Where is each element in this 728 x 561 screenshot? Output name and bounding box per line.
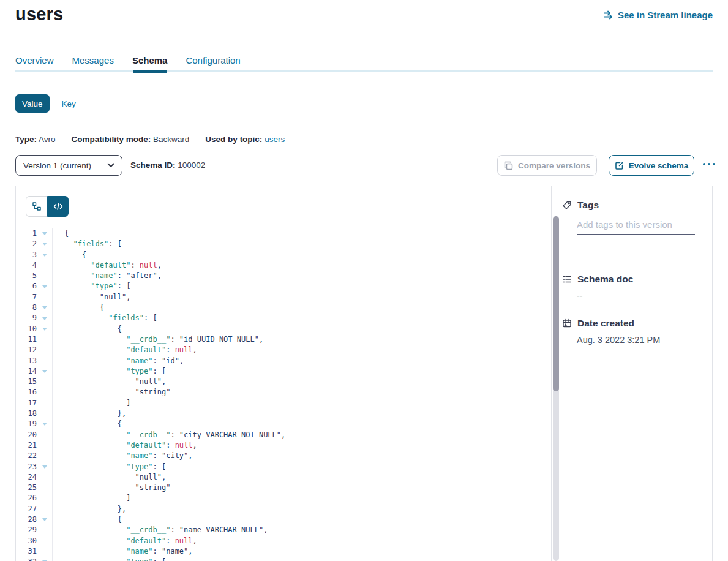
fold-toggle[interactable] xyxy=(37,250,53,260)
fold-arrow-icon xyxy=(42,518,47,521)
fold-gutter xyxy=(37,387,53,397)
tab-schema[interactable]: Schema xyxy=(132,55,168,66)
value-tab-button[interactable]: Value xyxy=(15,94,50,113)
code-line: 2 "fields": [ xyxy=(16,239,549,249)
tab-overview[interactable]: Overview xyxy=(15,55,54,66)
fold-arrow-icon xyxy=(42,317,47,320)
fold-gutter xyxy=(37,271,53,281)
schema-doc-header: Schema doc xyxy=(562,274,705,285)
schema-doc-title: Schema doc xyxy=(577,274,633,285)
fold-toggle[interactable] xyxy=(37,462,53,472)
code-line: 14 "type": [ xyxy=(16,366,549,377)
compatibility-value: Backward xyxy=(153,135,189,144)
fold-arrow-icon xyxy=(42,423,47,426)
code-line-text: ] xyxy=(53,493,130,503)
code-line-text: "type": [ xyxy=(53,557,166,561)
fold-gutter xyxy=(37,440,53,451)
tab-underline-track xyxy=(15,70,713,72)
tab-messages[interactable]: Messages xyxy=(72,55,114,66)
fold-toggle[interactable] xyxy=(37,514,53,525)
tag-icon xyxy=(562,200,572,210)
fold-toggle[interactable] xyxy=(37,324,53,334)
schema-code-column: 1{2 "fields": [3 {4 "default": null,5 "n… xyxy=(16,186,551,561)
fold-toggle[interactable] xyxy=(37,281,53,292)
code-line-text: "null", xyxy=(53,472,166,483)
code-line-text: "default": null, xyxy=(53,440,197,451)
line-number: 23 xyxy=(16,462,37,472)
code-line-text: }, xyxy=(53,409,126,419)
compatibility-label: Compatibility mode: xyxy=(72,135,151,144)
fold-gutter xyxy=(37,377,53,387)
schema-id: Schema ID: 100002 xyxy=(130,160,205,170)
schema-doc-section: Schema doc -- xyxy=(562,274,705,301)
schema-code-editor[interactable]: 1{2 "fields": [3 {4 "default": null,5 "n… xyxy=(16,228,549,561)
fold-toggle[interactable] xyxy=(37,313,53,323)
code-line-text: "name": "id", xyxy=(53,356,184,366)
schema-controls-row: Version 1 (current) Schema ID: 100002 Co… xyxy=(15,155,713,177)
fold-toggle[interactable] xyxy=(37,557,53,561)
code-line: 25 "string" xyxy=(16,483,549,493)
line-number: 15 xyxy=(16,377,37,387)
tree-view-button[interactable] xyxy=(26,196,47,217)
version-select[interactable]: Version 1 (current) xyxy=(15,155,122,176)
fold-gutter xyxy=(37,356,53,366)
fold-toggle[interactable] xyxy=(37,419,53,429)
fold-gutter xyxy=(37,536,53,546)
fold-toggle[interactable] xyxy=(37,303,53,313)
line-number: 16 xyxy=(16,387,37,397)
code-line-text: "null", xyxy=(53,377,166,387)
fold-toggle[interactable] xyxy=(37,239,53,249)
code-line-text: { xyxy=(53,303,104,313)
fold-gutter xyxy=(37,525,53,535)
fold-toggle[interactable] xyxy=(37,228,53,239)
used-by-topic-link[interactable]: users xyxy=(265,135,285,144)
add-tags-input[interactable] xyxy=(577,219,695,235)
version-select-value: Version 1 (current) xyxy=(23,161,91,170)
tags-title: Tags xyxy=(577,200,599,211)
line-number: 1 xyxy=(16,228,37,239)
code-line-text: }, xyxy=(53,504,126,514)
code-view-button[interactable] xyxy=(47,196,69,217)
code-line: 20 "__crdb__": "city VARCHAR NOT NULL", xyxy=(16,430,549,440)
code-line: 31 "name": "name", xyxy=(16,546,549,557)
line-number: 30 xyxy=(16,536,37,546)
fold-gutter xyxy=(37,334,53,345)
key-tab-button[interactable]: Key xyxy=(62,99,76,108)
code-line: 10 { xyxy=(16,324,549,334)
dot-icon xyxy=(703,163,705,165)
tab-active-underline xyxy=(133,70,167,73)
code-line: 29 "__crdb__": "name VARCHAR NULL", xyxy=(16,525,549,535)
date-created-header: Date created xyxy=(562,318,705,329)
code-line: 23 "type": [ xyxy=(16,462,549,472)
line-number: 3 xyxy=(16,250,37,260)
fold-gutter xyxy=(37,451,53,461)
tags-section-header: Tags xyxy=(562,200,705,211)
line-number: 10 xyxy=(16,324,37,334)
compare-versions-label: Compare versions xyxy=(518,161,590,170)
fold-gutter xyxy=(37,493,53,503)
line-number: 18 xyxy=(16,409,37,419)
line-number: 5 xyxy=(16,271,37,281)
used-by-topic-group: Used by topic: users xyxy=(205,135,285,144)
code-line: 22 "name": "city", xyxy=(16,451,549,461)
sidebar-divider xyxy=(566,255,705,255)
compare-versions-icon xyxy=(504,161,513,170)
list-icon xyxy=(562,274,572,284)
more-options-button[interactable] xyxy=(702,162,716,167)
stream-lineage-link[interactable]: See in Stream lineage xyxy=(603,10,713,20)
code-line-text: "default": null, xyxy=(53,345,197,355)
code-line-text: { xyxy=(53,419,122,429)
fold-toggle[interactable] xyxy=(37,366,53,377)
stream-lineage-icon xyxy=(603,10,614,20)
compare-versions-button[interactable]: Compare versions xyxy=(497,155,597,176)
evolve-schema-label: Evolve schema xyxy=(629,161,689,170)
code-line: 5 "name": "after", xyxy=(16,271,549,281)
evolve-schema-button[interactable]: Evolve schema xyxy=(609,155,694,176)
fold-arrow-icon xyxy=(42,243,47,246)
code-line-text: "default": null, xyxy=(53,536,197,546)
code-line: 21 "default": null, xyxy=(16,440,549,451)
tree-view-icon xyxy=(32,201,42,211)
schema-id-label: Schema ID: xyxy=(130,160,176,170)
tab-configuration[interactable]: Configuration xyxy=(186,55,240,66)
code-line-text: "fields": [ xyxy=(53,239,122,249)
